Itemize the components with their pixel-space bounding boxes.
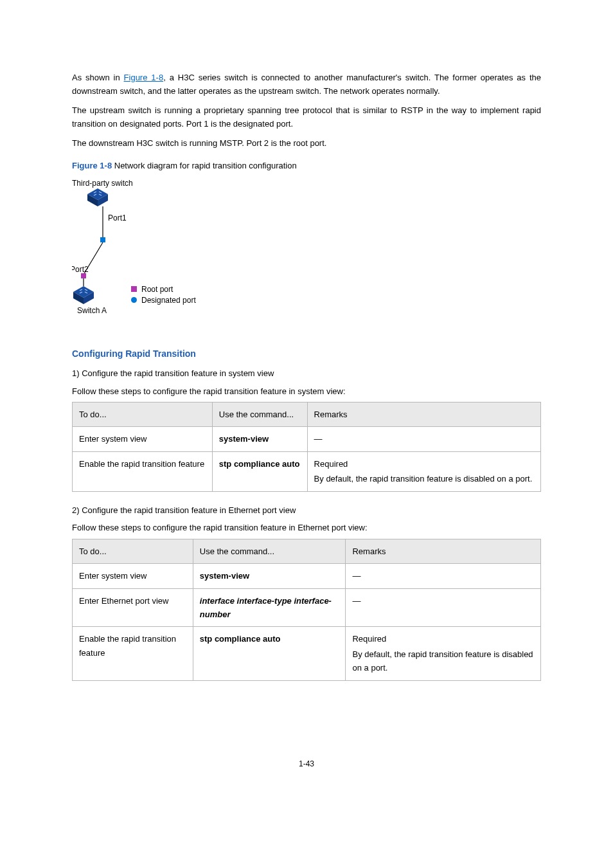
legend-designated-swatch <box>131 297 137 303</box>
table-row: Enable the rapid transition feature stp … <box>73 627 541 680</box>
legend-root-label: Root port <box>141 285 173 294</box>
part1-title: 1) Configure the rapid transition featur… <box>72 366 541 380</box>
intro-paragraph-1: As shown in Figure 1-8, a H3C series swi… <box>72 71 541 98</box>
part2-title: 2) Configure the rapid transition featur… <box>72 503 541 517</box>
figure-label: Figure 1-8 Network diagram for rapid tra… <box>72 159 541 172</box>
table-row: Enter Ethernet port view interface inter… <box>73 588 541 627</box>
part1-follow: Follow these steps to configure the rapi… <box>72 384 541 398</box>
th-remarks: Remarks <box>346 539 541 563</box>
table-row: Enable the rapid transition feature stp … <box>73 451 541 491</box>
part2-table: To do... Use the command... Remarks Ente… <box>72 539 541 681</box>
th-remarks: Remarks <box>307 402 540 427</box>
th-use: Use the command... <box>212 402 307 427</box>
legend-designated-label: Designated port <box>141 296 196 305</box>
label-third-party: Third-party switch <box>72 179 133 188</box>
legend-root-swatch <box>131 286 137 292</box>
table-row: Enter system view system-view — <box>73 564 541 588</box>
intro-paragraph-2: The upstream switch is running a proprie… <box>72 104 541 131</box>
label-port1: Port1 <box>108 213 127 222</box>
part2-follow: Follow these steps to configure the rapi… <box>72 521 541 534</box>
table-row: Enter system view system-view — <box>73 427 541 451</box>
th-to: To do... <box>73 539 193 563</box>
th-to: To do... <box>73 402 213 427</box>
th-use: Use the command... <box>193 539 346 563</box>
config-heading: Configuring Rapid Transition <box>72 347 541 361</box>
figure-link[interactable]: Figure 1-8 <box>124 73 164 82</box>
root-port-node <box>81 273 86 278</box>
intro-paragraph-3: The downstream H3C switch is running MST… <box>72 136 541 150</box>
designated-port-node <box>100 237 105 242</box>
label-port2: Port2 <box>72 265 89 274</box>
network-diagram: Third-party switch Port1 Port2 Switch A … <box>72 177 541 329</box>
page-number: 1-43 <box>72 758 541 771</box>
label-switch-a: Switch A <box>77 306 107 315</box>
part1-table: To do... Use the command... Remarks Ente… <box>72 402 541 492</box>
